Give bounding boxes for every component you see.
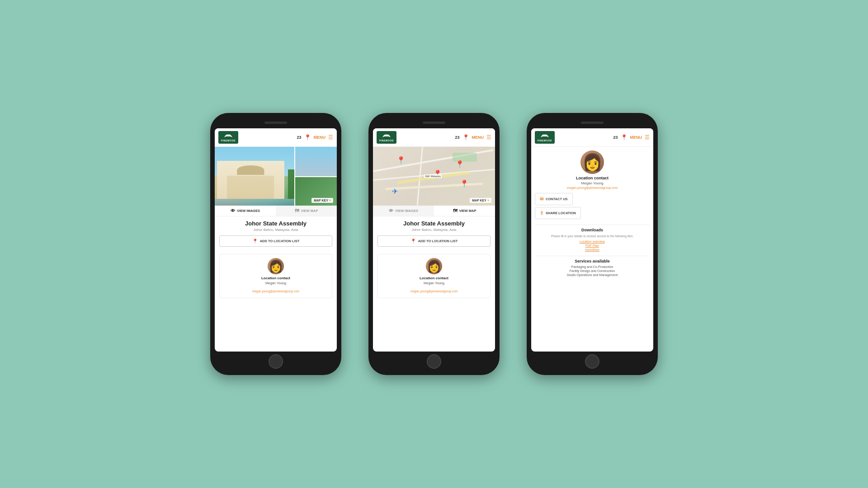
- add-location-icon-2: 📍: [410, 239, 416, 244]
- map-pin-dark2: 📍: [461, 179, 468, 188]
- pin-icon-3: 📍: [621, 134, 627, 141]
- contact-avatar-1: 👩: [268, 258, 284, 274]
- contact-label-1: Location contact: [223, 276, 328, 280]
- menu-label-2: MENU: [472, 135, 484, 140]
- pin-icon-2: 📍: [462, 134, 469, 141]
- map-key-badge-1: MAP KEY +: [311, 198, 333, 203]
- right-avatar: 👩: [580, 150, 604, 174]
- phone-screen-2: PINEWOOD 23 📍 MENU ☰: [373, 128, 495, 352]
- map-pin-green: 📍: [397, 156, 405, 165]
- download-link-incentives[interactable]: Incentives: [535, 248, 650, 251]
- right-contact-email: megan.young@pinewoodgroup.com: [535, 186, 650, 189]
- tab-view-images-2[interactable]: 👁 VIEW IMAGES: [373, 206, 434, 216]
- contact-email-1[interactable]: megan.young@pinewoodgroup.com: [252, 290, 300, 293]
- tab-map-label-1: VIEW MAP: [301, 209, 318, 213]
- hero-image-inner-1: [215, 147, 337, 206]
- share-location-btn[interactable]: ⇧ SHARE LOCATION: [535, 207, 581, 219]
- phone-2: PINEWOOD 23 📍 MENU ☰: [368, 113, 500, 375]
- tab-view-map-1[interactable]: 🗺 VIEW MAP: [276, 206, 337, 216]
- contact-name-1: Megan Young: [223, 281, 328, 285]
- service-item-3: Studio Operations and Management: [535, 273, 650, 277]
- share-location-label: SHARE LOCATION: [546, 211, 576, 215]
- phone-top-bar-1: [215, 118, 337, 127]
- hamburger-icon-2[interactable]: ☰: [486, 134, 491, 141]
- app-header-1: PINEWOOD 23 📍 MENU ☰: [215, 128, 337, 147]
- envelope-icon: ✉: [540, 197, 543, 202]
- phone-home-btn-1[interactable]: [269, 354, 283, 369]
- service-item-2: Facility Design and Construction: [535, 269, 650, 272]
- phone-speaker-1: [264, 122, 287, 124]
- building-base: [227, 176, 274, 199]
- right-avatar-emoji: 👩: [582, 154, 603, 170]
- avatar-emoji-1: 👩: [269, 260, 283, 272]
- eye-icon-1: 👁: [231, 208, 235, 213]
- phone-3: PINEWOOD 23 📍 MENU ☰ 👩 Location contact …: [527, 113, 658, 375]
- map-key-plus-1: +: [329, 199, 331, 202]
- tab-view-images-1[interactable]: 👁 VIEW IMAGES: [215, 206, 276, 216]
- hamburger-icon-1[interactable]: ☰: [328, 134, 333, 141]
- contact-email-2[interactable]: megan.young@pinewoodgroup.com: [410, 290, 458, 293]
- download-link-overview[interactable]: Location overview: [535, 240, 650, 243]
- phone-1: PINEWOOD 23 📍 MENU ☰: [210, 113, 341, 375]
- downloads-section: Downloads Please fill in your details to…: [535, 225, 650, 252]
- action-buttons: ✉ CONTACT US ⇧ SHARE LOCATION: [535, 193, 650, 221]
- add-to-list-btn-2[interactable]: 📍 ADD TO LOCATION LIST: [377, 235, 491, 247]
- app-header-2: PINEWOOD 23 📍 MENU ☰: [373, 128, 495, 147]
- download-link-pdf[interactable]: PDF Plan: [535, 244, 650, 247]
- tab-bar-2: 👁 VIEW IMAGES 🗺 VIEW MAP: [373, 206, 495, 216]
- pin-icon-1: 📍: [304, 134, 311, 141]
- phone-bottom-bar-2: [373, 353, 495, 370]
- right-contact-name: Megan Young: [535, 181, 650, 185]
- share-icon: ⇧: [540, 211, 543, 216]
- pinewood-logo-2: PINEWOOD: [377, 131, 396, 144]
- hamburger-icon-3[interactable]: ☰: [645, 134, 650, 141]
- add-to-list-btn-1[interactable]: 📍 ADD TO LOCATION LIST: [219, 235, 332, 247]
- right-contact-section: 👩 Location contact Megan Young megan.you…: [535, 150, 650, 189]
- header-right-1: 23 📍 MENU ☰: [297, 134, 333, 141]
- map-pin-blue: ✈: [392, 187, 399, 196]
- image-grid-1: [294, 147, 337, 176]
- location-title-2: Johor State Assembly: [377, 220, 491, 227]
- map-bg-2: 📍 📍 📍 📍 ✈ D&F Malaysia: [373, 147, 495, 206]
- services-section: Services available Packaging and Co-Prod…: [535, 256, 650, 277]
- screen-content-2: 📍 📍 📍 📍 ✈ D&F Malaysia MAP KEY + 👁 VIEW …: [373, 147, 495, 352]
- logo-bird-icon-1: [223, 133, 233, 139]
- map-tab-icon-2: 🗺: [453, 208, 458, 213]
- phone-home-btn-3[interactable]: [585, 354, 599, 369]
- location-info-1: Johor State Assembly Johor Bahru, Malays…: [215, 216, 337, 254]
- tab-images-label-1: VIEW IMAGES: [237, 209, 260, 213]
- phone-screen-1: PINEWOOD 23 📍 MENU ☰: [215, 128, 337, 352]
- map-key-plus-2: +: [487, 199, 489, 202]
- menu-label-1: MENU: [314, 135, 326, 140]
- contact-avatar-2: 👩: [426, 258, 442, 274]
- logo-bird-icon-2: [382, 133, 392, 139]
- building-left: [217, 161, 284, 199]
- screen-content-1: MAP KEY + 👁 VIEW IMAGES 🗺 VIEW MAP Johor…: [215, 147, 337, 352]
- downloads-desc: Please fill in your details to recieve a…: [535, 234, 650, 238]
- contact-name-2: Megan Young: [382, 281, 486, 285]
- contact-card-1: 👩 Location contact Megan Young megan.you…: [219, 254, 332, 298]
- pinewood-logo-1: PINEWOOD: [218, 131, 238, 144]
- tab-view-map-2[interactable]: 🗺 VIEW MAP: [434, 206, 495, 216]
- add-to-list-label-1: ADD TO LOCATION LIST: [260, 239, 300, 243]
- logo-bird-icon-3: [540, 133, 550, 139]
- contact-card-2: 👩 Location contact Megan Young megan.you…: [377, 254, 491, 298]
- map-key-label-2: MAP KEY: [472, 199, 486, 202]
- phone-speaker-3: [581, 122, 604, 124]
- phone-home-btn-2[interactable]: [427, 354, 441, 369]
- phone-bottom-bar-1: [215, 353, 337, 370]
- phone-bottom-bar-3: [531, 353, 653, 370]
- add-to-list-label-2: ADD TO LOCATION LIST: [418, 239, 458, 243]
- location-info-2: Johor State Assembly Johor Bahru, Malays…: [373, 216, 495, 254]
- map-pin-dark1: 📍: [456, 160, 463, 169]
- location-subtitle-2: Johor Bahru, Malaysia, Asia: [377, 228, 491, 232]
- phone-top-bar-3: [531, 118, 653, 127]
- services-title: Services available: [535, 259, 650, 263]
- map-key-badge-2: MAP KEY +: [470, 198, 491, 203]
- right-contact-label: Location contact: [535, 176, 650, 180]
- right-screen-content: 👩 Location contact Megan Young megan.you…: [531, 147, 653, 352]
- header-right-3: 23 📍 MENU ☰: [613, 134, 650, 141]
- avatar-emoji-2: 👩: [427, 260, 441, 272]
- tab-bar-1: 👁 VIEW IMAGES 🗺 VIEW MAP: [215, 206, 337, 216]
- contact-us-btn[interactable]: ✉ CONTACT US: [535, 193, 573, 205]
